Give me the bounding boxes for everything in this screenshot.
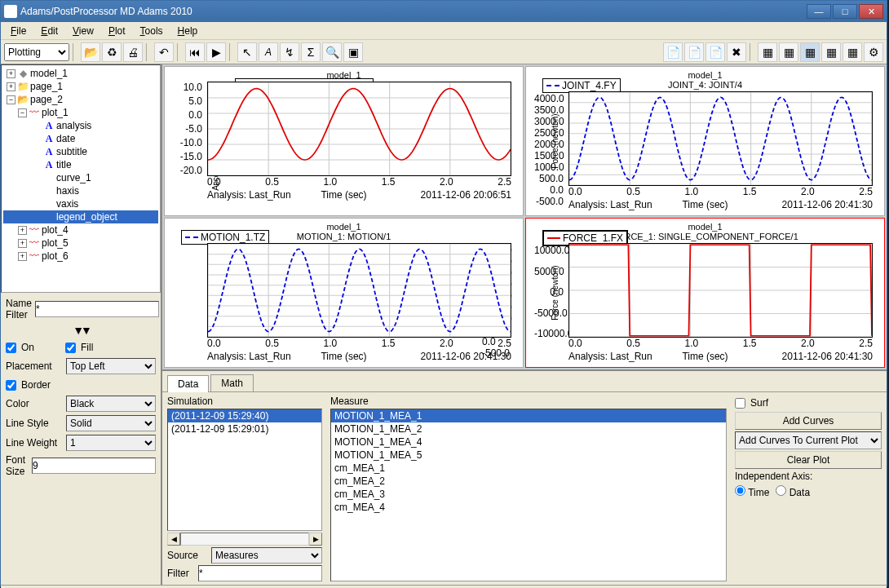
tree-title[interactable]: Atitle — [3, 158, 158, 171]
y-ticks: 10.05.00.0-5.0-10.0-15.0-20.0 — [173, 82, 202, 176]
settings-icon[interactable]: ⚙ — [864, 42, 883, 62]
menu-help[interactable]: Help — [171, 24, 205, 38]
clear-plot-button[interactable]: Clear Plot — [735, 451, 882, 469]
plot-grid: .piston.CM_Acceleration.Xmodel_1Accelera… — [162, 64, 887, 369]
source-select[interactable]: Measures — [211, 547, 322, 564]
list-item[interactable]: MOTION_1_MEA_5 — [331, 449, 726, 462]
menu-view[interactable]: View — [66, 24, 100, 38]
bottom-panel: Data Math Simulation (2011-12-09 15:29:4… — [162, 369, 887, 585]
tree-plot4[interactable]: +〰plot_4 — [3, 223, 158, 237]
select-area-icon[interactable]: ▣ — [343, 42, 363, 62]
minimize-button[interactable]: — — [807, 4, 831, 19]
layout-4-icon[interactable]: ▦ — [800, 42, 820, 62]
font-size-input[interactable] — [32, 458, 156, 474]
divider-icon[interactable]: ▼▼ — [6, 324, 156, 337]
tree-plot1[interactable]: −〰plot_1 — [3, 106, 158, 119]
tree-subtitle[interactable]: Asubtitle — [3, 145, 158, 158]
x-ticks: 0.00.51.01.52.02.5 — [207, 338, 511, 349]
tree-plot5[interactable]: +〰plot_5 — [3, 237, 158, 250]
plot_bl[interactable]: MOTION_1.TZmodel_1MOTION_1: MOTION/1newt… — [164, 218, 524, 368]
list-item[interactable]: cm_MEA_2 — [331, 475, 726, 488]
list-item[interactable]: MOTION_1_MEA_1 — [331, 409, 726, 422]
tree-legend[interactable]: legend_object — [3, 210, 158, 223]
radio-time[interactable] — [735, 485, 745, 496]
tab-math[interactable]: Math — [210, 374, 254, 391]
plot-area[interactable] — [568, 243, 873, 338]
page-new-icon[interactable]: 📄 — [663, 42, 683, 62]
first-icon[interactable]: ⏮ — [185, 42, 205, 62]
play-icon[interactable]: ▶ — [206, 42, 226, 62]
page-blank-icon[interactable]: 📄 — [705, 42, 725, 62]
tree-date[interactable]: Adate — [3, 132, 158, 145]
tree-vaxis[interactable]: vaxis — [3, 197, 158, 210]
titlebar: Adams/PostProcessor MD Adams 2010 — □ ✕ — [1, 1, 887, 22]
add-curves-to-select[interactable]: Add Curves To Current Plot — [735, 431, 882, 449]
fill-checkbox[interactable] — [65, 343, 76, 353]
tree-plot6[interactable]: +〰plot_6 — [3, 250, 158, 263]
measure-list[interactable]: MOTION_1_MEA_1MOTION_1_MEA_2MOTION_1_MEA… — [330, 409, 727, 581]
mode-select[interactable]: Plotting — [4, 43, 69, 61]
tree-page2[interactable]: −📂page_2 — [3, 93, 158, 106]
surf-checkbox[interactable] — [735, 398, 745, 409]
plot_tl[interactable]: .piston.CM_Acceleration.Xmodel_1Accelera… — [164, 66, 524, 216]
menu-tools[interactable]: Tools — [134, 24, 170, 38]
plot_br[interactable]: FORCE_1.FXmodel_1FORCE_1: SINGLE_COMPONE… — [525, 218, 885, 368]
layout-custom-icon[interactable]: ▦ — [843, 42, 862, 62]
tree-analysis[interactable]: Aanalysis — [3, 119, 158, 132]
plot-area[interactable] — [568, 91, 873, 186]
text-icon[interactable]: A — [259, 42, 278, 62]
tree-curve1[interactable]: curve_1 — [3, 171, 158, 184]
sigma-icon[interactable]: Σ — [301, 42, 321, 62]
list-item[interactable]: MOTION_1_MEA_4 — [331, 435, 726, 449]
menu-file[interactable]: File — [4, 24, 33, 38]
undo-icon[interactable]: ↶ — [154, 42, 174, 62]
list-item[interactable]: cm_MEA_3 — [331, 488, 726, 501]
zoom-icon[interactable]: 🔍 — [322, 42, 342, 62]
placement-select[interactable]: Top Left — [66, 358, 156, 374]
plot-area[interactable] — [207, 243, 511, 338]
menu-edit[interactable]: Edit — [34, 24, 64, 38]
list-item[interactable]: MOTION_1_MEA_2 — [331, 422, 726, 435]
scroll-right-icon[interactable]: ▶ — [309, 533, 322, 546]
add-curves-button[interactable]: Add Curves — [735, 412, 882, 430]
track-icon[interactable]: ↯ — [280, 42, 299, 62]
line-weight-select[interactable]: 1 — [66, 435, 156, 451]
filter-input[interactable] — [198, 565, 322, 581]
plot-footer: Analysis: Last_RunTime (sec)2011-12-06 2… — [207, 351, 511, 362]
sim-scrollbar[interactable]: ◀ ▶ — [167, 533, 322, 546]
tree-model[interactable]: +◆model_1 — [3, 67, 158, 80]
border-checkbox[interactable] — [6, 380, 16, 391]
list-item[interactable]: (2011-12-09 15:29:40) — [168, 409, 321, 422]
layout-2-icon[interactable]: ▦ — [779, 42, 798, 62]
plot-area[interactable] — [207, 82, 511, 176]
tree-view[interactable]: +◆model_1 +📁page_1 −📂page_2 −〰plot_1 Aan… — [1, 64, 161, 293]
close-button[interactable]: ✕ — [859, 4, 883, 19]
statusbar: Page 2 of 2 — [1, 585, 887, 588]
list-item[interactable]: cm_MEA_1 — [331, 462, 726, 475]
on-checkbox[interactable] — [6, 343, 16, 353]
open-icon[interactable]: 📂 — [81, 42, 100, 62]
list-item[interactable]: cm_MEA_4 — [331, 501, 726, 514]
layout-1-icon[interactable]: ▦ — [758, 42, 777, 62]
pointer-icon[interactable]: ↖ — [237, 42, 257, 62]
color-select[interactable]: Black — [66, 396, 156, 412]
plot-footer: Analysis: Last_RunTime (sec)2011-12-06 2… — [207, 189, 511, 201]
print-icon[interactable]: 🖨 — [123, 42, 143, 62]
tree-haxis[interactable]: haxis — [3, 184, 158, 197]
radio-data[interactable] — [776, 485, 786, 496]
plot_tr[interactable]: JOINT_4.FYmodel_1JOINT_4: JOINT/4Force (… — [525, 66, 885, 216]
list-item[interactable]: (2011-12-09 15:29:01) — [168, 422, 321, 435]
tree-page1[interactable]: +📁page_1 — [3, 80, 158, 93]
page-delete-icon[interactable]: ✖ — [727, 42, 746, 62]
page-next-icon[interactable]: 📄 — [684, 42, 704, 62]
tab-data[interactable]: Data — [167, 375, 209, 392]
line-style-select[interactable]: Solid — [66, 415, 156, 431]
scroll-left-icon[interactable]: ◀ — [167, 533, 180, 546]
simulation-list[interactable]: (2011-12-09 15:29:40)(2011-12-09 15:29:0… — [167, 409, 322, 531]
layout-6-icon[interactable]: ▦ — [821, 42, 841, 62]
name-filter-input[interactable] — [35, 301, 159, 317]
simulation-label: Simulation — [167, 396, 322, 407]
reload-icon[interactable]: ♻ — [102, 42, 122, 62]
menu-plot[interactable]: Plot — [102, 24, 132, 38]
maximize-button[interactable]: □ — [833, 4, 857, 19]
